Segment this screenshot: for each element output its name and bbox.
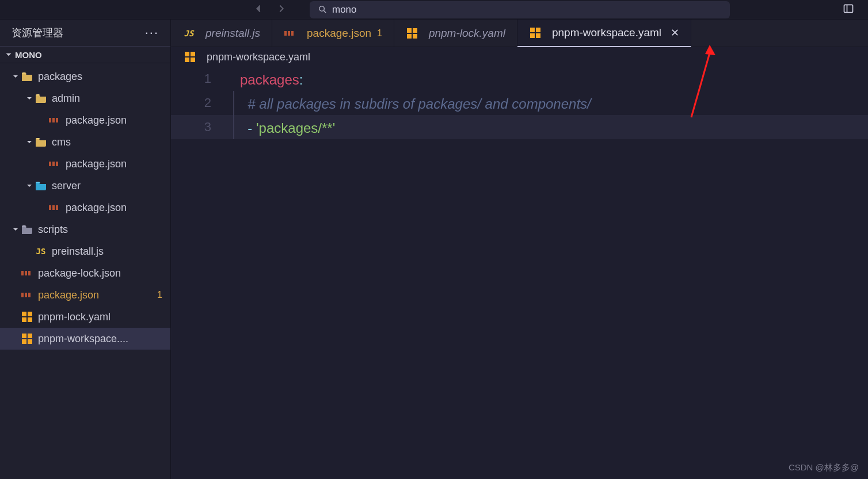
tree-file[interactable]: package.json (0, 153, 170, 175)
svg-rect-15 (28, 271, 31, 275)
svg-rect-5 (52, 118, 55, 122)
svg-rect-8 (52, 162, 55, 166)
tree-file[interactable]: package.json1 (0, 284, 170, 306)
back-icon[interactable] (252, 2, 265, 17)
search-icon (318, 5, 328, 14)
close-icon[interactable]: ✕ (671, 26, 679, 39)
tree-file[interactable]: package.json (0, 109, 170, 131)
chevron-down-icon (38, 202, 48, 213)
yaml-icon (21, 333, 33, 344)
tab-label: package.json (307, 27, 371, 40)
json-icon (284, 28, 296, 39)
svg-rect-30 (407, 28, 412, 33)
svg-rect-19 (22, 312, 26, 316)
svg-rect-27 (284, 31, 287, 36)
editor-tab[interactable]: package.json1 (272, 20, 394, 47)
line-number: 2 (171, 91, 211, 115)
command-center[interactable]: mono (310, 1, 730, 18)
svg-rect-21 (22, 317, 26, 322)
chevron-down-icon (10, 224, 21, 235)
chevron-down-icon (10, 71, 21, 82)
svg-rect-9 (56, 162, 58, 166)
tree-item-label: packages (38, 71, 170, 83)
chevron-down-icon (38, 159, 48, 169)
svg-rect-29 (291, 31, 294, 36)
folder-blue-icon (35, 180, 47, 191)
editor-tab[interactable]: JSpreinstall.js (171, 20, 272, 47)
watermark: CSDN @林多多@ (789, 462, 859, 473)
nav-arrows (252, 2, 288, 17)
chevron-down-icon (24, 137, 35, 147)
yaml-icon (21, 311, 33, 323)
tab-label: pnpm-lock.yaml (429, 27, 505, 40)
project-section-header[interactable]: MONO (0, 46, 170, 63)
breadcrumb[interactable]: pnpm-workspace.yaml (171, 47, 868, 67)
tree-folder[interactable]: packages (0, 66, 170, 87)
tree-file[interactable]: pnpm-lock.yaml (0, 306, 170, 328)
svg-rect-22 (28, 317, 32, 322)
line-number: 3 (171, 115, 211, 139)
tree-item-label: package.json (66, 114, 170, 127)
explorer-sidebar: 资源管理器 ··· MONO packagesadminpackage.json… (0, 20, 171, 479)
code-editor[interactable]: 1 2 3 packages: # all packages in subdir… (171, 67, 868, 140)
chevron-down-icon (10, 268, 21, 278)
svg-rect-23 (22, 334, 26, 338)
folder-open-icon (35, 136, 47, 148)
svg-rect-37 (536, 33, 540, 38)
chevron-down-icon (38, 115, 48, 125)
code-line: - 'packages/**' (240, 116, 868, 140)
yaml-icon (184, 51, 196, 63)
folder-open-icon (21, 71, 33, 82)
tree-folder[interactable]: cms (0, 131, 170, 153)
title-bar: mono (0, 0, 868, 20)
json-icon (21, 289, 33, 301)
svg-rect-34 (530, 28, 535, 32)
tab-label: pnpm-workspace.yaml (552, 26, 661, 39)
svg-rect-25 (22, 339, 26, 344)
json-icon (48, 202, 61, 213)
chevron-down-icon (24, 181, 35, 191)
svg-rect-40 (185, 58, 189, 62)
file-tree: packagesadminpackage.jsoncmspackage.json… (0, 63, 170, 350)
svg-rect-26 (28, 339, 32, 344)
tree-item-label: server (52, 180, 170, 192)
modified-badge: 1 (157, 290, 162, 300)
tree-file[interactable]: package-lock.json (0, 262, 170, 284)
tree-folder[interactable]: scripts (0, 219, 170, 240)
tree-item-label: scripts (38, 224, 170, 236)
svg-rect-14 (25, 271, 27, 275)
chevron-down-icon (10, 290, 21, 300)
svg-rect-36 (530, 33, 535, 38)
tree-folder[interactable]: admin (0, 87, 170, 109)
svg-rect-10 (49, 205, 51, 210)
yaml-icon (406, 28, 418, 39)
svg-rect-35 (536, 28, 540, 32)
json-icon (21, 267, 33, 279)
forward-icon[interactable] (275, 2, 288, 17)
svg-rect-16 (21, 293, 24, 297)
breadcrumb-file: pnpm-workspace.yaml (207, 51, 310, 63)
explorer-title: 资源管理器 (12, 26, 145, 40)
tree-item-label: cms (52, 136, 170, 148)
editor-tab[interactable]: pnpm-workspace.yaml✕ (517, 20, 691, 47)
project-name: MONO (15, 50, 42, 60)
editor-tab[interactable]: pnpm-lock.yaml (394, 20, 517, 47)
js-icon: JS (182, 28, 195, 39)
tree-item-label: package.json (66, 158, 170, 170)
chevron-down-icon (24, 93, 35, 104)
svg-point-0 (319, 6, 325, 11)
tree-file[interactable]: package.json (0, 197, 170, 219)
layout-toggle-icon[interactable] (843, 3, 854, 17)
svg-rect-13 (21, 271, 24, 275)
line-number: 1 (171, 67, 211, 91)
editor-group: JSpreinstall.jspackage.json1pnpm-lock.ya… (171, 20, 868, 479)
tree-file[interactable]: pnpm-workspace.... (0, 328, 170, 350)
svg-rect-11 (52, 205, 55, 210)
tree-folder[interactable]: server (0, 175, 170, 197)
chevron-down-icon (10, 334, 21, 344)
code-line: # all packages in subdirs of packages/ a… (240, 92, 868, 116)
js-icon: JS (35, 246, 47, 257)
folder-open-icon (35, 93, 47, 104)
tree-file[interactable]: JSpreinstall.js (0, 240, 170, 262)
explorer-more-icon[interactable]: ··· (145, 25, 159, 40)
